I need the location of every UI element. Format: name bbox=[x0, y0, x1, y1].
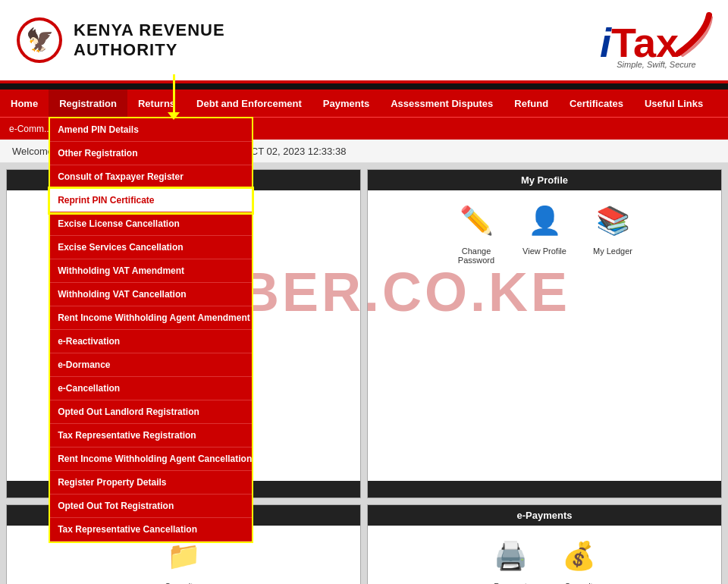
page-header: 🦅 Kenya Revenue Authority i Tax Simple, … bbox=[0, 0, 728, 83]
itax-logo: i Tax Simple, Swift, Secure bbox=[600, 11, 713, 69]
myprofile-footer bbox=[368, 481, 721, 498]
view-profile-item[interactable]: 👤 View Profile bbox=[514, 198, 575, 265]
nav-refund[interactable]: Refund bbox=[504, 89, 559, 117]
dropdown-e-reactivation[interactable]: e-Reactivation bbox=[50, 330, 252, 353]
org-name: Kenya Revenue Authority bbox=[74, 20, 225, 60]
person-icon: 👤 bbox=[522, 198, 567, 243]
dropdown-other-reg[interactable]: Other Registration bbox=[50, 142, 252, 165]
itax-i-letter: i bbox=[600, 19, 611, 66]
dropdown-tax-rep-reg[interactable]: Tax Representative Registration bbox=[50, 424, 252, 447]
consult-payments-item[interactable]: 💰 Consult Payments bbox=[548, 533, 609, 584]
register-icon: 🖨️ bbox=[488, 533, 533, 579]
nav-useful-links[interactable]: Useful Links bbox=[634, 89, 714, 117]
dropdown-consult-taxpayer[interactable]: Consult of Taxpayer Register bbox=[50, 165, 252, 189]
dropdown-excise-services[interactable]: Excise Services Cancellation bbox=[50, 236, 252, 259]
change-password-label: Change Password bbox=[446, 246, 507, 265]
dropdown-e-cancellation[interactable]: e-Cancellation bbox=[50, 377, 252, 400]
books-icon: 📚 bbox=[590, 198, 635, 243]
kra-shield-icon: 🦅 bbox=[15, 16, 64, 65]
payment-registration-item[interactable]: 🖨️ Payment Registration bbox=[480, 533, 541, 584]
itax-tagline: Simple, Swift, Secure bbox=[617, 60, 696, 69]
dropdown-tax-rep-cancel[interactable]: Tax Representative Cancellation bbox=[50, 518, 252, 542]
dropdown-register-property[interactable]: Register Property Details bbox=[50, 471, 252, 495]
dropdown-rent-income-cancel[interactable]: Rent Income Withholding Agent Cancellati… bbox=[50, 447, 252, 471]
nav-certificates[interactable]: Certificates bbox=[559, 89, 634, 117]
epayments-header: e-Payments bbox=[368, 505, 721, 526]
dropdown-opted-out-landlord[interactable]: Opted Out Landlord Registration bbox=[50, 400, 252, 424]
nav-debt[interactable]: Debt and Enforcement bbox=[186, 89, 312, 117]
black-divider bbox=[0, 83, 728, 89]
nav-registration[interactable]: Registration Amend PIN Details Other Reg… bbox=[49, 89, 127, 117]
dropdown-withholding-vat-amend[interactable]: Withholding VAT Amendment bbox=[50, 259, 252, 283]
myprofile-grid: ✏️ Change Password 👤 View Profile 📚 My L… bbox=[368, 190, 721, 272]
logo-area: 🦅 Kenya Revenue Authority bbox=[15, 16, 225, 65]
itax-tax-text: Tax bbox=[611, 19, 679, 66]
svg-text:🦅: 🦅 bbox=[26, 27, 55, 54]
myprofile-header: My Profile bbox=[368, 170, 721, 190]
dropdown-amend-pin[interactable]: Amend PIN Details bbox=[50, 118, 252, 142]
itax-swoosh-icon bbox=[675, 11, 713, 57]
arrow-indicator bbox=[168, 74, 180, 120]
main-navbar: Home Registration Amend PIN Details Othe… bbox=[0, 89, 728, 117]
dropdown-opted-out-tot[interactable]: Opted Out Tot Registration bbox=[50, 495, 252, 518]
dropdown-reprint-pin[interactable]: Reprint PIN Certificate bbox=[50, 189, 252, 212]
registration-dropdown: Amend PIN Details Other Registration Con… bbox=[49, 117, 253, 543]
dropdown-e-dormance[interactable]: e-Dormance bbox=[50, 353, 252, 377]
coins-icon: 💰 bbox=[556, 533, 601, 579]
dropdown-rent-income-amend[interactable]: Rent Income Withholding Agent Amendment bbox=[50, 306, 252, 330]
epayments-panel: e-Payments 🖨️ Payment Registration 💰 Con… bbox=[367, 504, 722, 584]
pencil-icon: ✏️ bbox=[453, 198, 499, 243]
epayments-grid: 🖨️ Payment Registration 💰 Consult Paymen… bbox=[368, 526, 721, 584]
welcome-text: Welcome bbox=[12, 146, 53, 157]
view-profile-label: View Profile bbox=[522, 246, 566, 256]
nav-home[interactable]: Home bbox=[0, 89, 49, 117]
dropdown-withholding-vat-cancel[interactable]: Withholding VAT Cancellation bbox=[50, 283, 252, 306]
my-ledger-label: My Ledger bbox=[593, 246, 632, 256]
nav-payments[interactable]: Payments bbox=[312, 89, 380, 117]
nav-assessment[interactable]: Assessment Disputes bbox=[380, 89, 504, 117]
dropdown-excise-license[interactable]: Excise License Cancellation bbox=[50, 212, 252, 236]
change-password-item[interactable]: ✏️ Change Password bbox=[446, 198, 507, 265]
my-ledger-item[interactable]: 📚 My Ledger bbox=[582, 198, 643, 265]
myprofile-panel: My Profile ✏️ Change Password 👤 View Pro… bbox=[367, 169, 722, 498]
